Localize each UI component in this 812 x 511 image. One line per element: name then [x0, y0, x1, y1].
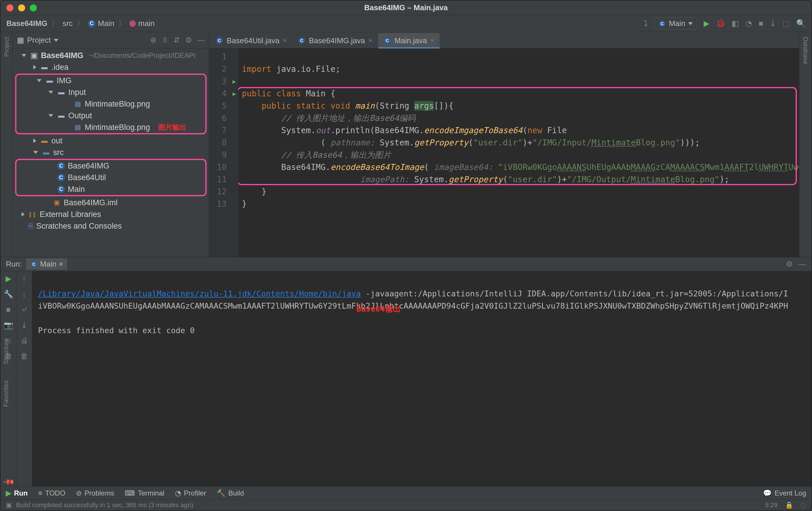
tree-label: Main — [68, 185, 85, 194]
status-icon[interactable]: ▣ — [6, 501, 12, 509]
close-tab-icon[interactable]: × — [283, 37, 287, 44]
project-view-title[interactable]: Project — [27, 36, 51, 45]
code-content[interactable]: import java.io.File; public class Main {… — [238, 49, 799, 257]
coverage-icon[interactable]: ◧ — [732, 19, 739, 28]
class-icon: C — [31, 261, 37, 267]
run-method-gutter-icon[interactable]: ▶ — [230, 88, 238, 100]
chevron-down-icon[interactable] — [54, 39, 58, 42]
tree-folder-idea[interactable]: ▬ .idea — [13, 61, 209, 73]
breadcrumb-label: Base64IMG — [6, 19, 47, 28]
code-editor[interactable]: 1 2 3 4 5 6 7 8 9 10 11 12 13 ▶ — [209, 49, 799, 257]
print-icon[interactable]: 🖨 — [21, 336, 28, 345]
debug-icon[interactable]: 🐞 — [716, 19, 725, 28]
up-stack-icon[interactable]: ↑ — [22, 274, 26, 283]
tree-folder-img[interactable]: ▬ IMG — [17, 75, 205, 86]
wrench-icon[interactable]: 🔧 — [4, 290, 13, 299]
bottom-tab-problems[interactable]: ⊘Problems — [76, 489, 114, 497]
hide-panel-icon[interactable]: — — [197, 36, 205, 45]
settings-icon[interactable]: ⚙ — [786, 260, 793, 269]
clear-icon[interactable]: 🗑 — [21, 352, 28, 361]
tree-scratches[interactable]: ⎘ Scratches and Consoles — [13, 220, 209, 232]
tree-class-main[interactable]: C Main — [17, 183, 205, 195]
breadcrumb-item[interactable]: src〉 — [62, 19, 86, 29]
breadcrumb-item[interactable]: C Main〉 — [88, 19, 128, 29]
folder-icon: ▬ — [57, 88, 65, 96]
stop-icon[interactable]: ■ — [758, 19, 763, 28]
tree-external-libraries[interactable]: ⫿⫿ External Libraries — [13, 209, 209, 220]
camera-icon[interactable]: 📷 — [4, 321, 13, 330]
breadcrumb-label: main — [138, 19, 154, 28]
close-tab-icon[interactable]: × — [369, 37, 372, 44]
bottom-tab-terminal[interactable]: ⌨Terminal — [125, 489, 165, 497]
editor-tab-main[interactable]: C Main.java × — [378, 33, 440, 48]
scroll-end-icon[interactable]: ⤓ — [21, 321, 27, 330]
tree-class-base64util[interactable]: C Base64Util — [17, 172, 205, 183]
bottom-tab-todo[interactable]: ≡TODO — [38, 489, 65, 497]
close-window-button[interactable] — [6, 4, 13, 11]
line-number-gutter: 1 2 3 4 5 6 7 8 9 10 11 12 13 — [209, 49, 230, 257]
favorites-stripe-button[interactable]: Favorites — [2, 378, 10, 409]
class-icon: C — [57, 174, 65, 181]
tree-folder-input[interactable]: ▬ Input — [17, 86, 205, 98]
project-stripe-button[interactable]: Project — [2, 34, 11, 59]
breadcrumb-item[interactable]: main — [129, 19, 154, 28]
console-link[interactable]: /Library/Java/JavaVirtualMachines/zulu-1… — [38, 289, 361, 298]
titlebar: Base64IMG – Main.java — [1, 1, 811, 15]
git-update-icon[interactable]: ⤓ — [770, 19, 776, 28]
tree-folder-src[interactable]: ▬ src — [13, 147, 209, 158]
run-config-label: Main — [40, 260, 56, 269]
folder-icon: ▬ — [42, 148, 50, 156]
database-stripe-button[interactable]: Database — [801, 34, 810, 67]
soft-wrap-icon[interactable]: ⤶ — [21, 305, 27, 314]
run-config-selector[interactable]: C Main — [654, 18, 697, 29]
search-everywhere-icon[interactable]: 🔍 — [796, 19, 806, 28]
tree-file-iml[interactable]: ▣ Base64IMG.iml — [13, 197, 209, 209]
scratches-icon: ⎘ — [29, 222, 33, 231]
build-icon[interactable]: ⤵ — [644, 19, 647, 28]
select-opened-file-icon[interactable]: ⊕ — [150, 36, 156, 45]
minimize-window-button[interactable] — [18, 4, 25, 11]
run-class-gutter-icon[interactable]: ▶ — [230, 76, 238, 88]
git-commit-icon[interactable]: ⬚ — [783, 19, 790, 28]
tree-file-input-png[interactable]: ▤ MintimateBlog.png — [17, 98, 205, 110]
caret-position[interactable]: 5:29 — [765, 501, 778, 509]
class-icon: C — [88, 20, 95, 27]
tree-folder-out[interactable]: ▬ out — [13, 135, 209, 147]
breadcrumb-item[interactable]: Base64IMG〉 — [6, 19, 61, 29]
tab-label: Base64IMG.java — [309, 36, 365, 45]
hide-panel-icon[interactable]: — — [799, 260, 806, 269]
console-output[interactable]: /Library/Java/JavaVirtualMachines/zulu-1… — [32, 271, 811, 486]
stop-icon[interactable]: ■ — [6, 305, 11, 314]
project-tree[interactable]: ▣ Base64IMG ~/Documents/CodeProject/IDEA… — [13, 49, 209, 257]
close-tab-icon[interactable]: × — [59, 260, 63, 269]
tree-project-root[interactable]: ▣ Base64IMG ~/Documents/CodeProject/IDEA… — [13, 50, 209, 61]
processes-icon[interactable]: ◌ — [801, 501, 806, 509]
down-stack-icon[interactable]: ↓ — [22, 290, 26, 299]
close-tab-icon[interactable]: × — [431, 37, 434, 44]
profile-icon[interactable]: ◔ — [746, 19, 752, 28]
project-view-icon: ▦ — [17, 36, 24, 45]
tree-folder-output[interactable]: ▬ Output — [17, 110, 205, 121]
module-file-icon: ▣ — [53, 199, 61, 207]
expand-all-icon[interactable]: ⇳ — [162, 36, 168, 45]
settings-icon[interactable]: ⚙ — [185, 36, 192, 45]
rerun-icon[interactable]: ▶ — [5, 274, 11, 283]
tab-label: Build — [228, 489, 244, 497]
bottom-tab-build[interactable]: 🔨Build — [217, 489, 244, 497]
run-config-tab[interactable]: C Main × — [26, 259, 67, 270]
tree-class-base64img[interactable]: C Base64IMG — [17, 160, 205, 172]
bottom-tab-profiler[interactable]: ◔Profiler — [175, 489, 206, 497]
event-log-button[interactable]: 💬Event Log — [763, 489, 806, 497]
bottom-tab-run[interactable]: ▶ Run — [6, 489, 28, 497]
lock-icon[interactable]: 🔒 — [785, 501, 793, 509]
run-icon[interactable]: ▶ — [704, 19, 709, 28]
run-tool-window: Run: C Main × ⚙ — ▶ 🔧 ■ 📷 ⎋ 🗑 — [1, 257, 811, 486]
maximize-window-button[interactable] — [30, 4, 37, 11]
structure-stripe-button[interactable]: Structure — [2, 336, 10, 366]
tree-file-output-png[interactable]: ▤ MintimateBlog.png 图片输出 — [17, 121, 205, 133]
editor-tab-base64img[interactable]: C Base64IMG.java × — [293, 33, 378, 48]
editor-tab-base64util[interactable]: C Base64Util.java × — [210, 33, 292, 48]
collapse-all-icon[interactable]: ⇵ — [174, 36, 180, 45]
bottom-tool-tabs: ▶ Run ≡TODO ⊘Problems ⌨Terminal ◔Profile… — [1, 486, 811, 499]
toolbar-right: ⤵ C Main ▶ 🐞 ◧ ◔ ■ ⤓ ⬚ 🔍 — [644, 18, 806, 29]
